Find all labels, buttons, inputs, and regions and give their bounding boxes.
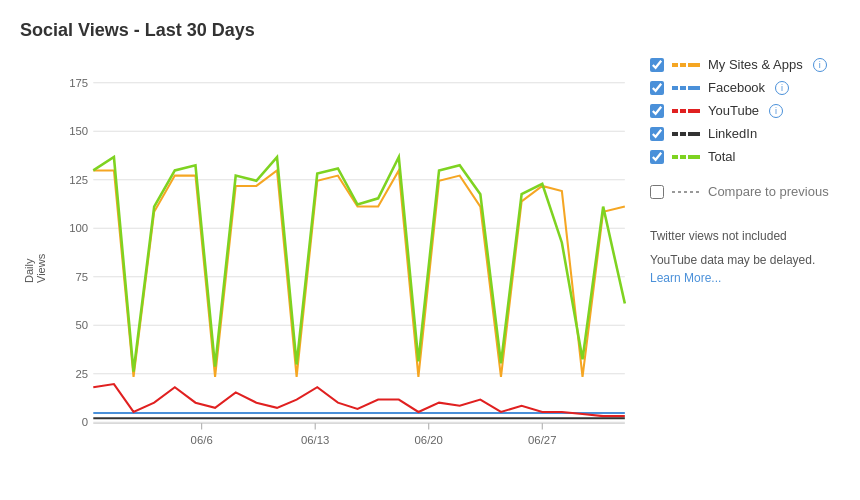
compare-icon (672, 185, 700, 199)
svg-text:06/20: 06/20 (415, 434, 443, 446)
facebook-info-icon[interactable]: i (775, 81, 789, 95)
twitter-note: Twitter views not included (650, 227, 840, 245)
legend-item-facebook: Facebook i (650, 80, 840, 95)
total-icon (672, 150, 700, 164)
svg-rect-35 (688, 109, 694, 113)
facebook-icon (672, 81, 700, 95)
svg-rect-36 (694, 109, 700, 113)
svg-text:75: 75 (76, 271, 89, 283)
chart-svg-container: 175 150 125 100 75 (52, 57, 630, 480)
youtube-icon (672, 104, 700, 118)
my-sites-label: My Sites & Apps (708, 57, 803, 72)
svg-rect-43 (688, 155, 694, 159)
chart-wrapper: 175 150 125 100 75 (52, 57, 630, 480)
notes-section: Twitter views not included YouTube data … (650, 227, 840, 293)
my-sites-line (93, 170, 625, 376)
my-sites-info-icon[interactable]: i (813, 58, 827, 72)
svg-text:06/13: 06/13 (301, 434, 329, 446)
svg-rect-29 (672, 86, 678, 90)
svg-rect-37 (672, 132, 678, 136)
svg-rect-44 (694, 155, 700, 159)
total-label: Total (708, 149, 735, 164)
svg-rect-33 (672, 109, 678, 113)
svg-rect-31 (688, 86, 694, 90)
svg-text:0: 0 (82, 416, 88, 428)
facebook-label: Facebook (708, 80, 765, 95)
legend-item-linkedin: LinkedIn (650, 126, 840, 141)
chart-area: DailyViews 175 150 (20, 57, 630, 480)
main-content: DailyViews 175 150 (20, 57, 840, 480)
youtube-note: YouTube data may be delayed. Learn More.… (650, 251, 840, 287)
legend-item-my-sites: My Sites & Apps i (650, 57, 840, 72)
svg-rect-27 (688, 63, 694, 67)
svg-text:175: 175 (69, 77, 88, 89)
svg-text:100: 100 (69, 222, 88, 234)
svg-rect-26 (680, 63, 686, 67)
svg-rect-39 (688, 132, 694, 136)
svg-rect-41 (672, 155, 678, 159)
compare-section: Compare to previous (650, 184, 840, 199)
youtube-info-icon[interactable]: i (769, 104, 783, 118)
svg-rect-38 (680, 132, 686, 136)
facebook-checkbox[interactable] (650, 81, 664, 95)
linkedin-checkbox[interactable] (650, 127, 664, 141)
svg-text:125: 125 (69, 174, 88, 186)
svg-text:150: 150 (69, 125, 88, 137)
learn-more-link[interactable]: Learn More... (650, 271, 721, 285)
linkedin-label: LinkedIn (708, 126, 757, 141)
linkedin-icon (672, 127, 700, 141)
y-axis-label: DailyViews (20, 57, 50, 480)
youtube-label: YouTube (708, 103, 759, 118)
svg-text:25: 25 (76, 368, 89, 380)
svg-rect-28 (694, 63, 700, 67)
youtube-line (93, 384, 625, 416)
page-container: Social Views - Last 30 Days DailyViews 1… (0, 0, 860, 500)
svg-text:06/6: 06/6 (191, 434, 213, 446)
svg-rect-40 (694, 132, 700, 136)
youtube-checkbox[interactable] (650, 104, 664, 118)
total-line (93, 157, 625, 372)
svg-rect-32 (694, 86, 700, 90)
svg-rect-42 (680, 155, 686, 159)
legend-panel: My Sites & Apps i Facebook i (630, 57, 840, 480)
page-title: Social Views - Last 30 Days (20, 20, 840, 41)
my-sites-checkbox[interactable] (650, 58, 664, 72)
my-sites-icon (672, 58, 700, 72)
legend-item-youtube: YouTube i (650, 103, 840, 118)
compare-checkbox[interactable] (650, 185, 664, 199)
svg-text:06/27: 06/27 (528, 434, 556, 446)
svg-rect-25 (672, 63, 678, 67)
legend-item-total: Total (650, 149, 840, 164)
svg-text:50: 50 (76, 319, 89, 331)
svg-rect-30 (680, 86, 686, 90)
svg-rect-34 (680, 109, 686, 113)
total-checkbox[interactable] (650, 150, 664, 164)
chart-svg: 175 150 125 100 75 (52, 57, 630, 480)
compare-label: Compare to previous (708, 184, 829, 199)
